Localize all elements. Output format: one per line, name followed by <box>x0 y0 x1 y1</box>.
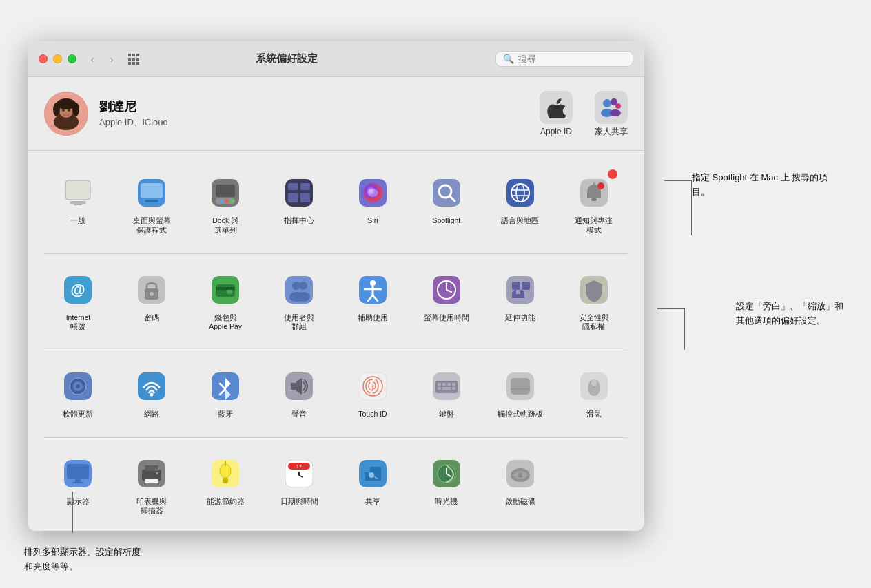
icon-box-internet: @ <box>57 269 99 311</box>
icon-label-bluetooth: 藍牙 <box>218 410 233 419</box>
search-icon: 🔍 <box>503 54 514 64</box>
icon-item-wallet[interactable]: 錢包與Apple Pay <box>192 265 260 336</box>
icon-label-accessibility: 輔助使用 <box>358 313 388 323</box>
icon-label-siri: Siri <box>367 216 378 226</box>
icon-item-screentime[interactable]: 螢幕使用時間 <box>412 265 480 336</box>
svg-rect-29 <box>288 193 298 202</box>
icon-box-energy <box>205 453 246 494</box>
icon-item-siri[interactable]: Siri <box>339 168 407 239</box>
family-sharing-button[interactable]: 家人共享 <box>595 91 628 136</box>
icon-item-security[interactable]: 安全性與隱私權 <box>560 265 628 336</box>
icon-item-extensions[interactable]: 延伸功能 <box>486 265 554 336</box>
svg-point-78 <box>150 392 154 396</box>
icon-box-spotlight <box>426 172 467 213</box>
icon-item-language[interactable]: 語言與地區 <box>486 168 554 239</box>
icon-label-language: 語言與地區 <box>501 216 539 226</box>
icon-label-security: 安全性與隱私權 <box>579 313 609 332</box>
svg-rect-33 <box>433 179 460 207</box>
accessibility-annotation-h <box>657 308 685 309</box>
svg-point-24 <box>225 199 229 203</box>
icon-item-password[interactable]: 密碼 <box>118 265 186 336</box>
svg-rect-108 <box>156 472 158 474</box>
row-separator-23 <box>44 437 628 438</box>
svg-rect-21 <box>216 185 235 197</box>
icon-label-network: 網路 <box>144 410 159 419</box>
svg-rect-86 <box>438 383 441 386</box>
icon-item-spotlight[interactable]: Spotlight <box>412 168 480 239</box>
minimize-button[interactable] <box>53 54 62 63</box>
accessibility-annotation-line <box>684 308 685 350</box>
icon-label-users: 使用者與群組 <box>284 313 314 332</box>
apple-id-label: Apple ID <box>540 127 572 136</box>
icon-box-desktop <box>131 172 172 213</box>
icon-item-trackpad[interactable]: 觸控式軌跡板 <box>486 361 554 423</box>
icon-item-network[interactable]: 網路 <box>118 361 186 423</box>
icon-item-desktop[interactable]: 桌面與螢幕保護程式 <box>118 168 186 239</box>
icon-item-dock[interactable]: Dock 與選單列 <box>192 168 260 239</box>
icon-item-startup[interactable]: 啟動磁碟 <box>486 449 554 520</box>
icon-label-spotlight: Spotlight <box>432 216 460 226</box>
profile-name: 劉達尼 <box>99 98 540 115</box>
icon-box-timemachine <box>426 453 467 494</box>
notification-badge <box>608 169 617 179</box>
traffic-lights <box>39 54 76 63</box>
icon-box-users <box>278 269 320 311</box>
icon-item-general[interactable]: 一般 <box>44 168 112 239</box>
icon-box-password <box>131 269 172 311</box>
icon-item-sound[interactable]: 聲音 <box>265 361 334 423</box>
apple-id-icon <box>540 91 573 124</box>
icon-label-trackpad: 觸控式軌跡板 <box>498 410 543 419</box>
icon-item-mouse[interactable]: 滑鼠 <box>560 361 628 423</box>
icon-label-wallet: 錢包與Apple Pay <box>209 313 242 332</box>
icon-label-sharing: 共享 <box>365 497 380 507</box>
icon-item-users[interactable]: 使用者與群組 <box>265 265 334 336</box>
apple-id-button[interactable]: Apple ID <box>540 91 573 136</box>
icon-item-internet[interactable]: @Internet帳號 <box>44 265 112 336</box>
svg-rect-101 <box>67 464 89 479</box>
icon-label-password: 密碼 <box>144 313 159 323</box>
icon-box-accessibility <box>352 269 393 311</box>
icon-item-timemachine[interactable]: 時光機 <box>412 449 480 520</box>
search-input[interactable] <box>518 54 626 64</box>
svg-rect-16 <box>74 204 82 205</box>
svg-rect-14 <box>65 180 90 200</box>
close-button[interactable] <box>39 54 48 63</box>
icon-item-energy[interactable]: 能源節約器 <box>192 449 260 520</box>
row-separator-15 <box>44 350 628 350</box>
icon-label-keyboard: 鍵盤 <box>439 410 454 419</box>
profile-info: 劉達尼 Apple ID、iCloud <box>99 98 540 129</box>
icon-box-network <box>131 366 172 407</box>
icon-label-notification: 通知與專注模式 <box>575 216 613 235</box>
icon-item-sharing[interactable]: 共享 <box>339 449 407 520</box>
icon-item-printer[interactable]: 印表機與掃描器 <box>118 449 186 520</box>
icon-label-mouse: 滑鼠 <box>586 410 602 419</box>
maximize-button[interactable] <box>68 54 76 63</box>
icon-label-screentime: 螢幕使用時間 <box>424 313 469 323</box>
icon-item-notification[interactable]: 通知與專注模式 <box>560 168 628 239</box>
search-bar[interactable]: 🔍 <box>495 51 633 67</box>
display-annotation: 排列多部顯示器、設定解析度和亮度等等。 <box>24 545 141 574</box>
spotlight-annotation-line <box>691 180 692 235</box>
icon-item-datetime[interactable]: 17日期與時間 <box>265 449 334 520</box>
profile-section: 劉達尼 Apple ID、iCloud Apple ID <box>28 77 644 151</box>
icon-item-software[interactable]: 軟體更新 <box>44 361 112 423</box>
icon-item-keyboard[interactable]: 鍵盤 <box>412 361 480 423</box>
icon-item-mission[interactable]: 指揮中心 <box>265 168 334 239</box>
family-sharing-label: 家人共享 <box>595 127 628 136</box>
icon-box-language <box>500 172 541 213</box>
icon-item-bluetooth[interactable]: 藍牙 <box>192 361 260 423</box>
svg-rect-107 <box>145 479 158 483</box>
icon-item-accessibility[interactable]: 輔助使用 <box>339 265 407 336</box>
icon-box-datetime: 17 <box>278 453 320 494</box>
icon-item-touchid[interactable]: Touch ID <box>339 361 407 423</box>
accessibility-annotation: 設定「旁白」、「縮放」和其他選項的偏好設定。 <box>736 300 843 328</box>
svg-point-120 <box>369 472 374 478</box>
icon-box-startup <box>500 453 541 494</box>
icon-item-display[interactable]: 顯示器 <box>44 449 112 520</box>
icon-box-mouse <box>573 366 615 407</box>
avatar[interactable] <box>44 92 88 136</box>
icon-box-touchid <box>352 366 393 407</box>
svg-point-11 <box>615 103 621 109</box>
icon-label-sound: 聲音 <box>291 410 307 419</box>
icon-label-startup: 啟動磁碟 <box>505 497 535 507</box>
